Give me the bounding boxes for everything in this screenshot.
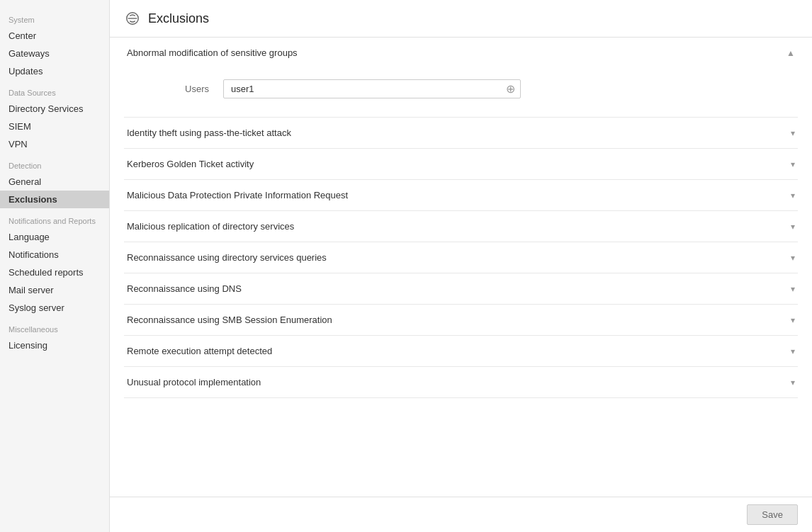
exclusion-header-unusual-protocol[interactable]: Unusual protocol implementation▾ xyxy=(124,367,798,397)
exclusion-header-abnormal-modification[interactable]: Abnormal modification of sensitive group… xyxy=(124,38,798,68)
chevron-down-icon: ▾ xyxy=(791,315,795,325)
sidebar-item-exclusions[interactable]: Exclusions xyxy=(0,191,109,208)
exclusions-list: Abnormal modification of sensitive group… xyxy=(110,38,812,532)
add-icon[interactable]: ⊕ xyxy=(506,84,515,95)
exclusion-title-remote-execution: Remote execution attempt detected xyxy=(127,346,272,356)
sidebar-section-notifications-and-reports: Notifications and Reports xyxy=(0,208,109,228)
exclusion-item-identity-theft: Identity theft using pass-the-ticket att… xyxy=(124,118,798,149)
sidebar-item-licensing[interactable]: Licensing xyxy=(0,336,109,354)
exclusion-title-malicious-data-protection: Malicious Data Protection Private Inform… xyxy=(127,190,348,200)
sidebar-section-system: System xyxy=(0,7,109,27)
exclusion-header-malicious-replication[interactable]: Malicious replication of directory servi… xyxy=(124,211,798,242)
main-content-area: Exclusions Abnormal modification of sens… xyxy=(110,0,812,532)
exclusion-input-wrapper: ⊕ xyxy=(223,79,521,98)
sidebar-section-detection: Detection xyxy=(0,153,109,173)
exclusions-icon xyxy=(124,10,141,27)
exclusion-header-malicious-data-protection[interactable]: Malicious Data Protection Private Inform… xyxy=(124,180,798,210)
exclusion-header-reconnaissance-directory[interactable]: Reconnaissance using directory services … xyxy=(124,242,798,273)
exclusion-item-kerberos-golden-ticket: Kerberos Golden Ticket activity▾ xyxy=(124,149,798,180)
exclusion-item-malicious-data-protection: Malicious Data Protection Private Inform… xyxy=(124,180,798,211)
chevron-down-icon: ▾ xyxy=(791,191,795,200)
exclusion-title-abnormal-modification: Abnormal modification of sensitive group… xyxy=(127,47,298,58)
exclusion-title-identity-theft: Identity theft using pass-the-ticket att… xyxy=(127,128,291,138)
chevron-down-icon: ▾ xyxy=(791,159,795,169)
exclusion-item-reconnaissance-dns: Reconnaissance using DNS▾ xyxy=(124,273,798,305)
chevron-down-icon: ▾ xyxy=(791,378,795,387)
exclusion-item-reconnaissance-directory: Reconnaissance using directory services … xyxy=(124,242,798,273)
exclusion-item-reconnaissance-smb: Reconnaissance using SMB Session Enumera… xyxy=(124,305,798,336)
sidebar-item-notifications[interactable]: Notifications xyxy=(0,246,109,264)
sidebar-item-mail-server[interactable]: Mail server xyxy=(0,281,109,299)
exclusion-header-remote-execution[interactable]: Remote execution attempt detected▾ xyxy=(124,336,798,366)
exclusion-header-identity-theft[interactable]: Identity theft using pass-the-ticket att… xyxy=(124,118,798,148)
chevron-down-icon: ▾ xyxy=(791,253,795,263)
exclusion-item-malicious-replication: Malicious replication of directory servi… xyxy=(124,211,798,242)
page-title: Exclusions xyxy=(148,11,209,26)
save-button[interactable]: Save xyxy=(747,504,798,525)
exclusion-header-reconnaissance-smb[interactable]: Reconnaissance using SMB Session Enumera… xyxy=(124,305,798,335)
exclusion-users-input[interactable] xyxy=(223,79,521,98)
sidebar-item-updates[interactable]: Updates xyxy=(0,62,109,80)
chevron-down-icon: ▾ xyxy=(791,222,795,232)
exclusion-item-remote-execution: Remote execution attempt detected▾ xyxy=(124,336,798,367)
sidebar-item-general[interactable]: General xyxy=(0,173,109,191)
exclusion-title-reconnaissance-dns: Reconnaissance using DNS xyxy=(127,283,242,294)
chevron-up-icon: ▲ xyxy=(786,48,795,58)
exclusion-title-malicious-replication: Malicious replication of directory servi… xyxy=(127,221,294,232)
exclusion-title-unusual-protocol: Unusual protocol implementation xyxy=(127,377,261,387)
exclusion-row-users: Users⊕ xyxy=(124,75,798,103)
sidebar-section-miscellaneous: Miscellaneous xyxy=(0,317,109,336)
chevron-down-icon: ▾ xyxy=(791,284,795,294)
footer: Save xyxy=(110,497,812,532)
exclusion-header-reconnaissance-dns[interactable]: Reconnaissance using DNS▾ xyxy=(124,273,798,304)
exclusion-item-unusual-protocol: Unusual protocol implementation▾ xyxy=(124,367,798,398)
chevron-down-icon: ▾ xyxy=(791,128,795,138)
sidebar-item-syslog-server[interactable]: Syslog server xyxy=(0,299,109,317)
sidebar-item-scheduled-reports[interactable]: Scheduled reports xyxy=(0,264,109,281)
sidebar-item-gateways[interactable]: Gateways xyxy=(0,45,109,62)
sidebar-section-data-sources: Data Sources xyxy=(0,80,109,100)
sidebar-item-language[interactable]: Language xyxy=(0,228,109,246)
exclusion-title-kerberos-golden-ticket: Kerberos Golden Ticket activity xyxy=(127,159,254,169)
sidebar-item-siem[interactable]: SIEM xyxy=(0,118,109,135)
exclusion-title-reconnaissance-directory: Reconnaissance using directory services … xyxy=(127,252,327,263)
exclusion-body-abnormal-modification: Users⊕ xyxy=(124,68,798,117)
sidebar: SystemCenterGatewaysUpdatesData SourcesD… xyxy=(0,0,110,532)
sidebar-item-center[interactable]: Center xyxy=(0,27,109,45)
exclusion-title-reconnaissance-smb: Reconnaissance using SMB Session Enumera… xyxy=(127,315,332,325)
page-header: Exclusions xyxy=(110,0,812,38)
exclusion-header-kerberos-golden-ticket[interactable]: Kerberos Golden Ticket activity▾ xyxy=(124,149,798,179)
sidebar-item-directory-services[interactable]: Directory Services xyxy=(0,100,109,118)
exclusion-item-abnormal-modification: Abnormal modification of sensitive group… xyxy=(124,38,798,118)
exclusion-field-label: Users xyxy=(124,84,223,94)
chevron-down-icon: ▾ xyxy=(791,346,795,356)
sidebar-item-vpn[interactable]: VPN xyxy=(0,135,109,153)
